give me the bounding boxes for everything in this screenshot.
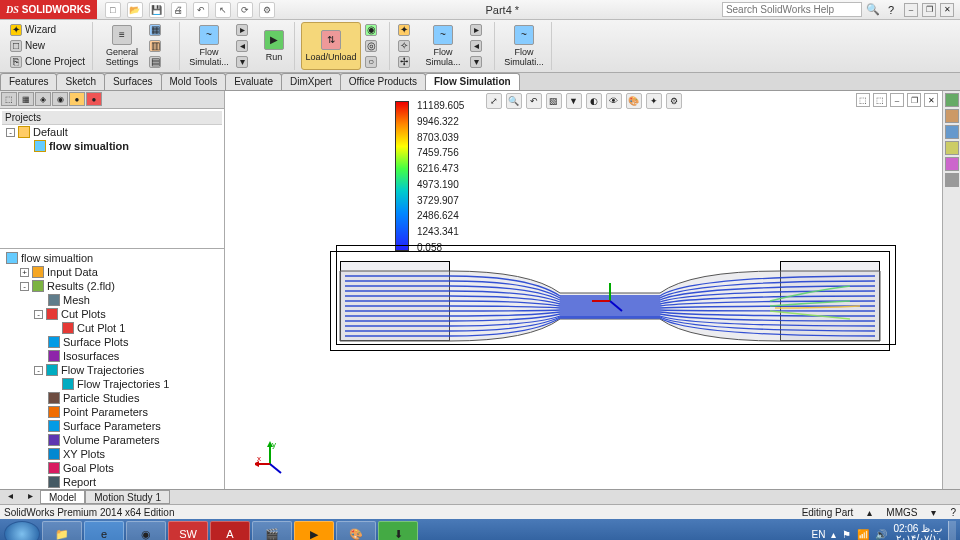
ribbon-icon-f[interactable]: ○ xyxy=(363,54,385,70)
view-orient-icon[interactable]: ▼ xyxy=(566,93,582,109)
ribbon-icon-h[interactable]: ✧ xyxy=(396,38,418,54)
clone-project-button[interactable]: ⎘Clone Project xyxy=(8,54,88,70)
tab-sketch[interactable]: Sketch xyxy=(56,73,105,90)
tab-office-products[interactable]: Office Products xyxy=(340,73,426,90)
ribbon-icon-e[interactable]: ◎ xyxy=(363,38,385,54)
print-icon[interactable]: 🖨 xyxy=(171,2,187,18)
expand-icon[interactable]: - xyxy=(20,282,29,291)
show-desktop-button[interactable] xyxy=(948,521,956,540)
tray-up-icon[interactable]: ▴ xyxy=(831,529,836,540)
tab-surfaces[interactable]: Surfaces xyxy=(104,73,161,90)
tree-mesh[interactable]: Mesh xyxy=(2,293,222,307)
results-root[interactable]: flow simualtion xyxy=(2,251,222,265)
tree-xy-plots[interactable]: XY Plots xyxy=(2,447,222,461)
prev-view-icon[interactable]: ↶ xyxy=(526,93,542,109)
restore-button[interactable]: ❐ xyxy=(922,3,936,17)
ribbon-icon-g[interactable]: ✦ xyxy=(396,22,418,38)
sw-a[interactable]: ⬚ xyxy=(856,93,870,107)
idm-taskbar-icon[interactable]: ⬇ xyxy=(378,521,418,540)
tab-features[interactable]: Features xyxy=(0,73,57,90)
taskpane-library-icon[interactable] xyxy=(945,109,959,123)
model-tab[interactable]: Model xyxy=(40,490,85,504)
panel-tab-4[interactable]: ◉ xyxy=(52,92,68,106)
hide-show-icon[interactable]: 👁 xyxy=(606,93,622,109)
flow-simulation-button-1[interactable]: ~Flow Simulati... xyxy=(186,22,232,70)
zoom-area-icon[interactable]: 🔍 xyxy=(506,93,522,109)
load-unload-button[interactable]: ⇅Load/Unload xyxy=(301,22,361,70)
section-view-icon[interactable]: ▧ xyxy=(546,93,562,109)
tree-report[interactable]: Report xyxy=(2,475,222,489)
tree-flow-trajectories-1[interactable]: Flow Trajectories 1 xyxy=(2,377,222,391)
tray-flag-icon[interactable]: ⚑ xyxy=(842,529,851,540)
ribbon-icon-l[interactable]: ▾ xyxy=(468,54,490,70)
new-doc-icon[interactable]: □ xyxy=(105,2,121,18)
moviemaker-taskbar-icon[interactable]: 🎬 xyxy=(252,521,292,540)
ie-taskbar-icon[interactable]: e xyxy=(84,521,124,540)
sw-b[interactable]: ⬚ xyxy=(873,93,887,107)
appearance-icon[interactable]: 🎨 xyxy=(626,93,642,109)
ribbon-icon-b[interactable]: ◂ xyxy=(234,38,256,54)
chrome-taskbar-icon[interactable]: ◉ xyxy=(126,521,166,540)
flow-simula-button[interactable]: ~Flow Simula... xyxy=(420,22,466,70)
new-project-button[interactable]: □New xyxy=(8,38,88,54)
minimize-button[interactable]: – xyxy=(904,3,918,17)
sw-min[interactable]: – xyxy=(890,93,904,107)
project-sim[interactable]: flow simualtion xyxy=(2,139,222,153)
run-button[interactable]: ▶Run xyxy=(258,22,290,70)
status-arrow[interactable]: ▾ xyxy=(931,507,936,518)
taskpane-view-icon[interactable] xyxy=(945,141,959,155)
tab-evaluate[interactable]: Evaluate xyxy=(225,73,282,90)
scene-icon[interactable]: ✦ xyxy=(646,93,662,109)
display-style-icon[interactable]: ◐ xyxy=(586,93,602,109)
panel-tab-6[interactable]: ● xyxy=(86,92,102,106)
solidworks-taskbar-icon[interactable]: SW xyxy=(168,521,208,540)
tree-goal-plots[interactable]: Goal Plots xyxy=(2,461,222,475)
tray-volume-icon[interactable]: 🔊 xyxy=(875,529,887,540)
undo-icon[interactable]: ↶ xyxy=(193,2,209,18)
tree-cut-plot-1[interactable]: Cut Plot 1 xyxy=(2,321,222,335)
expand-icon[interactable]: - xyxy=(34,310,43,319)
tree-point-parameters[interactable]: Point Parameters xyxy=(2,405,222,419)
results-tree[interactable]: flow simualtion +Input Data-Results (2.f… xyxy=(0,249,224,489)
taskpane-appearance-icon[interactable] xyxy=(945,157,959,171)
sw-close[interactable]: ✕ xyxy=(924,93,938,107)
panel-tab-2[interactable]: ▦ xyxy=(18,92,34,106)
tree-isosurfaces[interactable]: Isosurfaces xyxy=(2,349,222,363)
help-search-input[interactable] xyxy=(722,2,862,17)
lang-indicator[interactable]: EN xyxy=(812,529,826,540)
open-icon[interactable]: 📂 xyxy=(127,2,143,18)
ribbon-icon-k[interactable]: ◂ xyxy=(468,38,490,54)
help-icon[interactable]: ? xyxy=(884,4,898,16)
explorer-taskbar-icon[interactable]: 📁 xyxy=(42,521,82,540)
expand-icon[interactable]: - xyxy=(34,366,43,375)
tree-flow-trajectories[interactable]: -Flow Trajectories xyxy=(2,363,222,377)
search-icon[interactable]: 🔍 xyxy=(862,3,884,16)
tree-cut-plots[interactable]: -Cut Plots xyxy=(2,307,222,321)
wmp-taskbar-icon[interactable]: ▶ xyxy=(294,521,334,540)
close-button[interactable]: ✕ xyxy=(940,3,954,17)
status-help-icon[interactable]: ? xyxy=(950,507,956,518)
select-icon[interactable]: ↖ xyxy=(215,2,231,18)
graphics-viewport[interactable]: ⤢ 🔍 ↶ ▧ ▼ ◐ 👁 🎨 ✦ ⚙ ⬚ ⬚ – ❐ ✕ 11189.6059… xyxy=(225,91,942,489)
tree-volume-parameters[interactable]: Volume Parameters xyxy=(2,433,222,447)
expand-icon[interactable]: + xyxy=(20,268,29,277)
rebuild-icon[interactable]: ⟳ xyxy=(237,2,253,18)
flow-simulation-button-2[interactable]: ~Flow Simulati... xyxy=(501,22,547,70)
zoom-fit-icon[interactable]: ⤢ xyxy=(486,93,502,109)
tree-surface-parameters[interactable]: Surface Parameters xyxy=(2,419,222,433)
project-default[interactable]: -Default xyxy=(2,125,222,139)
ribbon-icon-a[interactable]: ▸ xyxy=(234,22,256,38)
ribbon-icon-d[interactable]: ◉ xyxy=(363,22,385,38)
status-units[interactable]: MMGS xyxy=(886,507,917,518)
ribbon-icon-j[interactable]: ▸ xyxy=(468,22,490,38)
ribbon-icon-i[interactable]: ✢ xyxy=(396,54,418,70)
ribbon-small-1[interactable]: ▦ xyxy=(147,22,175,38)
sw-max[interactable]: ❐ xyxy=(907,93,921,107)
paint-taskbar-icon[interactable]: 🎨 xyxy=(336,521,376,540)
ribbon-icon-c[interactable]: ▾ xyxy=(234,54,256,70)
tree-results-2-fld-[interactable]: -Results (2.fld) xyxy=(2,279,222,293)
projects-tree[interactable]: Projects -Default flow simualtion xyxy=(0,109,224,249)
view-settings-icon[interactable]: ⚙ xyxy=(666,93,682,109)
scroll-right-icon[interactable]: ▸ xyxy=(20,490,40,504)
panel-tab-3[interactable]: ◈ xyxy=(35,92,51,106)
